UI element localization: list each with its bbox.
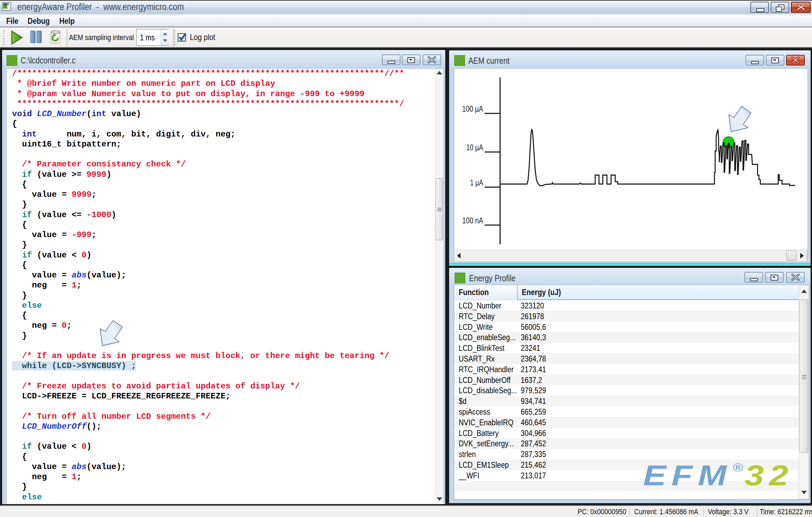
svg-text:100 µA: 100 µA [462,104,483,113]
svg-text:1 µA: 1 µA [470,178,483,187]
svg-text:10 µA: 10 µA [466,143,483,152]
svg-text:100 nA: 100 nA [462,216,483,225]
